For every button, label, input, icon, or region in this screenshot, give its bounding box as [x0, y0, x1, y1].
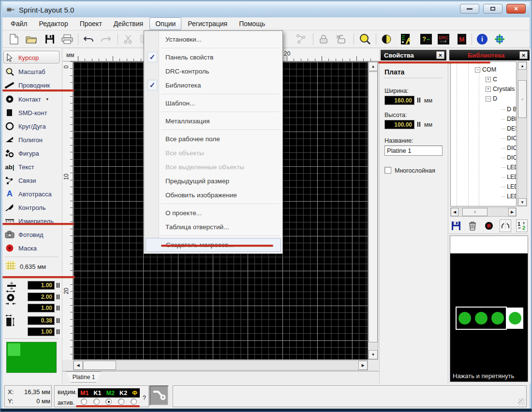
tool-polygon[interactable]: Полигон	[4, 133, 61, 146]
layer-color-preview[interactable]	[6, 342, 57, 373]
menu-help[interactable]: Помощь	[234, 18, 270, 29]
zoom-button[interactable]	[358, 32, 372, 46]
board-height-field[interactable]: 100.00	[384, 120, 414, 129]
menu-project[interactable]: Проект	[74, 18, 107, 29]
track-mode-button[interactable]	[149, 385, 169, 406]
menu-actions[interactable]: Действия	[108, 18, 148, 29]
canvas-horizontal-scrollbar[interactable]: ◀ ▶	[73, 360, 368, 370]
title-bar[interactable]: Sprint-Layout 5.0 ✕	[2, 2, 530, 17]
grid-setting-button[interactable]: 0,635 мм	[5, 261, 46, 272]
layer-visibility-strip[interactable]: M1 K1 M2 K2 Ф	[78, 388, 140, 397]
menu-item-about-project[interactable]: О проекте...	[144, 206, 282, 220]
layer-m1-radio[interactable]	[81, 398, 87, 405]
smd-width-field[interactable]: 0.38	[28, 316, 55, 325]
close-button[interactable]: ✕	[506, 4, 526, 14]
scroll-up-icon[interactable]: ▲	[369, 62, 378, 71]
h-scroll-thumb[interactable]	[83, 361, 116, 370]
tool-mask[interactable]: Маска	[4, 242, 61, 254]
test-button[interactable]: ?▪▪	[419, 32, 433, 46]
tree-leaf[interactable]: LED	[501, 172, 517, 182]
macro-preview[interactable]: Нажать и перетянуть	[450, 235, 528, 382]
tree-leaf[interactable]: DIO	[501, 133, 517, 143]
lib-h-thumb[interactable]: ⦀	[462, 208, 488, 216]
layer-f-label[interactable]: Ф	[132, 390, 137, 397]
tree-node-c[interactable]: +C	[486, 74, 497, 84]
tree-leaf[interactable]: D Br	[501, 104, 517, 114]
tool-text[interactable]: ab| Текст	[4, 161, 61, 173]
pad-drill-spinner[interactable]	[56, 304, 60, 312]
resize-grip[interactable]	[518, 398, 525, 405]
menu-item-template[interactable]: Шаблон...	[144, 96, 282, 110]
tool-shape[interactable]: Фигура	[4, 147, 61, 160]
undo-button[interactable]	[82, 32, 95, 46]
scroll-down-icon[interactable]: ▼	[369, 350, 378, 359]
library-horizontal-scrollbar[interactable]: ◀ ⦀ ▶	[450, 207, 517, 217]
tool-photoview[interactable]: Фотовид	[4, 228, 61, 241]
layer-m1-label[interactable]: M1	[80, 390, 89, 397]
tree-node-d[interactable]: −D	[486, 94, 497, 103]
scroll-right-icon[interactable]: ▶	[508, 208, 516, 216]
board-width-field[interactable]: 160.00	[384, 96, 414, 105]
library-vertical-scrollbar[interactable]: ▲ ≡ ▼	[517, 61, 527, 206]
scroll-left-icon[interactable]: ◀	[451, 208, 458, 216]
tree-leaf[interactable]: DIO	[501, 153, 517, 162]
tree-leaf[interactable]: DIO	[501, 143, 517, 153]
smd-height-field[interactable]: 1.00	[28, 327, 55, 336]
library-close-button[interactable]: ✕	[519, 51, 528, 59]
autoroute-button[interactable]	[400, 32, 414, 46]
menu-item-library[interactable]: ✓Библиотека	[144, 78, 282, 92]
info-button[interactable]: i	[475, 32, 489, 46]
tree-node-com[interactable]: −COM	[475, 65, 496, 74]
tool-cursor[interactable]: Курсор	[4, 51, 61, 64]
save-button[interactable]	[43, 32, 57, 46]
print-button[interactable]	[60, 32, 74, 46]
swap-layers-button[interactable]: 1 2	[516, 220, 528, 232]
track-width-spinner[interactable]	[56, 281, 60, 290]
board-name-input[interactable]	[384, 146, 443, 156]
expand-icon[interactable]: +	[486, 87, 491, 92]
track-width-field[interactable]: 1.00	[28, 281, 55, 290]
width-spinner[interactable]	[416, 96, 421, 104]
sheet-tab-platine1[interactable]: Platine 1	[66, 371, 101, 383]
drc-button[interactable]: DRC○○✕	[437, 32, 450, 46]
scroll-up-icon[interactable]: ▲	[518, 62, 527, 70]
lib-v-thumb[interactable]: ≡	[518, 80, 527, 118]
tool-autoroute[interactable]: A Автотрасса	[4, 188, 61, 200]
layer-f-radio[interactable]	[131, 398, 137, 405]
mirror-button[interactable]	[500, 220, 511, 232]
origin-button[interactable]	[493, 32, 506, 46]
properties-close-button[interactable]: ✕	[436, 51, 444, 59]
layer-k2-label[interactable]: K2	[119, 390, 127, 397]
multilayer-checkbox[interactable]	[384, 167, 391, 174]
open-button[interactable]	[25, 32, 38, 46]
record-button[interactable]	[483, 220, 495, 232]
properties-titlebar[interactable]: Свойства ✕	[381, 50, 446, 60]
unlock-button[interactable]	[334, 32, 348, 46]
pad-outer-spinner[interactable]	[56, 293, 60, 301]
tree-leaf[interactable]: LED	[501, 182, 517, 191]
layer-m2-radio[interactable]	[105, 398, 112, 405]
tool-circle[interactable]: Круг/Дуга	[4, 120, 61, 132]
layers-help[interactable]: ?	[143, 395, 146, 401]
save-macro-button[interactable]	[450, 220, 462, 232]
pad-outer-field[interactable]: 2.00	[28, 293, 55, 301]
menu-editor[interactable]: Редактор	[33, 18, 73, 29]
redo-button[interactable]	[99, 32, 113, 46]
cut-button[interactable]	[121, 32, 135, 46]
scroll-right-icon[interactable]: ▶	[358, 361, 368, 370]
delete-macro-button[interactable]	[467, 220, 478, 232]
new-file-button[interactable]	[7, 32, 21, 46]
height-spinner[interactable]	[416, 120, 421, 129]
expand-icon[interactable]: +	[486, 77, 491, 82]
smd-height-spinner[interactable]	[56, 327, 60, 336]
menu-item-whole-workspace[interactable]: Все рабочее поле	[144, 132, 282, 146]
scroll-left-icon[interactable]: ◀	[74, 361, 83, 370]
pad-drill-field[interactable]: 1.00	[28, 304, 55, 312]
tool-pad[interactable]: Контакт ▼	[4, 93, 61, 105]
layer-k2-radio[interactable]	[118, 398, 124, 405]
minimize-button[interactable]	[460, 4, 479, 14]
macro-button[interactable]: M	[455, 32, 469, 46]
collapse-icon[interactable]: −	[486, 96, 491, 102]
collapse-icon[interactable]: −	[475, 67, 480, 73]
menu-item-metallization[interactable]: Металлизация	[144, 114, 282, 128]
